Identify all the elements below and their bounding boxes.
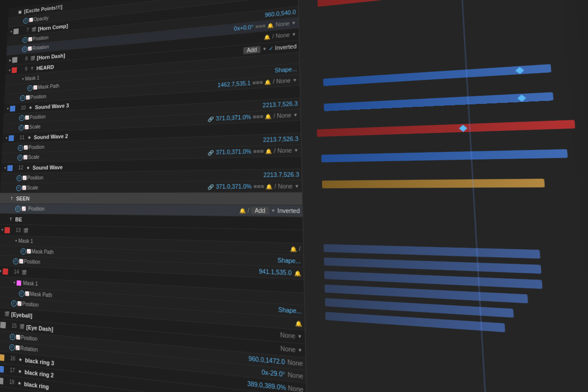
property-value[interactable]: 371.0,371.0% [216, 148, 251, 155]
stopwatch-icon[interactable]: ⏱ [17, 154, 23, 160]
text-icon: T [7, 216, 14, 222]
graph-icon: 📈 [17, 301, 23, 306]
keyframe-sq [256, 25, 259, 28]
stopwatch-icon[interactable]: ⏱ [19, 124, 24, 130]
timeline-content [298, 0, 588, 392]
property-value[interactable]: 0x-29.0° [262, 369, 285, 378]
row-controls: 🔔 / None ▼ [254, 183, 299, 190]
layer-number: 13 [12, 227, 21, 233]
shape-value[interactable]: Shape... [278, 306, 302, 315]
stopwatch-icon[interactable]: ⏱ [9, 344, 15, 351]
stopwatch-icon[interactable]: ⏱ [21, 248, 26, 254]
stopwatch-icon[interactable]: ⏱ [23, 37, 28, 43]
stopwatch-icon[interactable]: ⏱ [20, 95, 25, 101]
dropdown-icon[interactable]: ▼ [294, 184, 299, 189]
comp-icon: 🎬 [3, 310, 10, 318]
stopwatch-icon[interactable]: ⏱ [19, 290, 24, 296]
property-value[interactable]: 2213.7,526.3 [263, 136, 298, 143]
shape-value[interactable]: Shape... [277, 257, 301, 265]
layer-number: 7 [20, 27, 29, 33]
none-label: None [280, 345, 295, 354]
property-name: Position [27, 172, 261, 181]
layers-panel: ▣ [Excite Points!!!] 🔔 / None ▼ ⏱ 📈 Opac… [0, 0, 308, 392]
row-controls: 🔔 / None ▼ [253, 112, 298, 120]
bell-icon: 🔔 [295, 320, 302, 327]
property-value[interactable]: 0x+0.0° [234, 24, 254, 32]
star-icon: ★ [17, 355, 24, 364]
layer-number: 8 [19, 56, 28, 62]
dropdown-icon[interactable]: ▼ [292, 32, 296, 37]
stopwatch-icon[interactable]: ⏱ [27, 85, 33, 91]
row-controls: 🔔 / None ▼ [264, 31, 296, 40]
stopwatch-icon[interactable]: ⏱ [23, 18, 28, 24]
none-label: None [275, 32, 290, 39]
dropdown-icon[interactable]: ▼ [294, 148, 298, 153]
stopwatch-icon[interactable]: ⏱ [19, 115, 24, 121]
dropdown-icon[interactable]: ▼ [297, 347, 303, 353]
seen-layer-row[interactable]: T SEEN [0, 193, 302, 205]
star-icon: ★ [16, 379, 23, 387]
layers-list: ▣ [Excite Points!!!] 🔔 / None ▼ ⏱ 📈 Opac… [0, 0, 308, 392]
stopwatch-icon[interactable]: ⏱ [10, 333, 16, 340]
stopwatch-icon[interactable]: ⏱ [18, 145, 23, 150]
dropdown-icon[interactable]: ▼ [292, 21, 296, 26]
add-button[interactable]: Add [251, 207, 269, 215]
dropdown-icon[interactable]: ▼ [271, 208, 276, 214]
property-value[interactable]: 1462.7,535.1 [218, 80, 251, 88]
timeline-bar-sw [317, 120, 575, 137]
row-controls: None [288, 359, 303, 367]
graph-icon: 📈 [26, 249, 32, 254]
graph-icon: 📈 [21, 205, 27, 212]
stopwatch-icon[interactable]: ⏱ [13, 258, 19, 264]
scale-value[interactable]: 389.0,389.0% [247, 380, 286, 392]
property-value[interactable]: 2213.7,526.3 [263, 100, 298, 108]
graph-icon: 📈 [24, 291, 30, 296]
add-button[interactable]: Add [244, 46, 261, 54]
keyframe-sq [253, 81, 256, 84]
graph-icon: 📈 [18, 259, 24, 264]
slash-icon: / [299, 246, 301, 253]
property-value[interactable]: 2213.7,526.3 [264, 172, 299, 178]
bell-icon: 🔔 [294, 270, 301, 276]
property-value[interactable]: 371.0,371.0% [216, 183, 252, 190]
layer-name [30, 230, 300, 236]
dropdown-icon[interactable]: ▼ [297, 334, 302, 340]
comp-icon: 🎬 [30, 25, 37, 33]
timeline-bar-layer14b [324, 257, 541, 273]
star-icon: ★ [27, 104, 34, 111]
keyframe-sq [263, 24, 266, 27]
timeline-bar-layer13 [322, 179, 545, 189]
property-value[interactable]: 371.0,371.0% [216, 114, 251, 122]
bell-icon: 🔔 [267, 23, 273, 28]
keyframe-dots [254, 150, 264, 153]
dropdown-icon[interactable]: ▼ [293, 112, 298, 118]
shape-value[interactable]: Shape... [274, 66, 297, 74]
stopwatch-icon[interactable]: ⏱ [22, 46, 27, 52]
stopwatch-icon[interactable]: ⏱ [11, 300, 17, 307]
layer-number: 16 [6, 355, 15, 362]
none-label: None [277, 112, 292, 119]
timeline-bar-seen [321, 149, 568, 162]
slash-icon: / [272, 33, 274, 39]
property-name: Position [28, 206, 237, 214]
stopwatch-icon[interactable]: ⏱ [15, 206, 21, 212]
expand-toggle[interactable]: ▼ [12, 280, 17, 285]
row-controls: None ▼ [280, 332, 303, 340]
layer-number: 11 [16, 135, 24, 141]
sw-scale-row[interactable]: ⏱ 📈 Scale 🔗 371.0,371.0% 🔔 / None ▼ [0, 181, 302, 193]
playhead[interactable] [459, 0, 490, 392]
property-value[interactable]: 960.0,1472.0 [248, 355, 285, 366]
dropdown-icon[interactable]: ▼ [262, 47, 267, 52]
stopwatch-icon[interactable]: ⏱ [16, 185, 22, 191]
graph-icon: 📈 [32, 85, 38, 90]
link-icon: 🔗 [207, 150, 214, 155]
property-value[interactable]: 960.0,540.0 [265, 9, 296, 19]
layer-number: 10 [17, 105, 25, 111]
graph-icon: 📈 [28, 17, 34, 23]
property-value[interactable]: 941.1,535.0 [259, 268, 292, 276]
keyframe-dots [254, 185, 264, 188]
expand-toggle[interactable]: ▼ [14, 238, 19, 244]
layer-number: 15 [7, 322, 17, 329]
dropdown-icon[interactable]: ▼ [293, 77, 297, 83]
stopwatch-icon[interactable]: ⏱ [17, 175, 22, 181]
